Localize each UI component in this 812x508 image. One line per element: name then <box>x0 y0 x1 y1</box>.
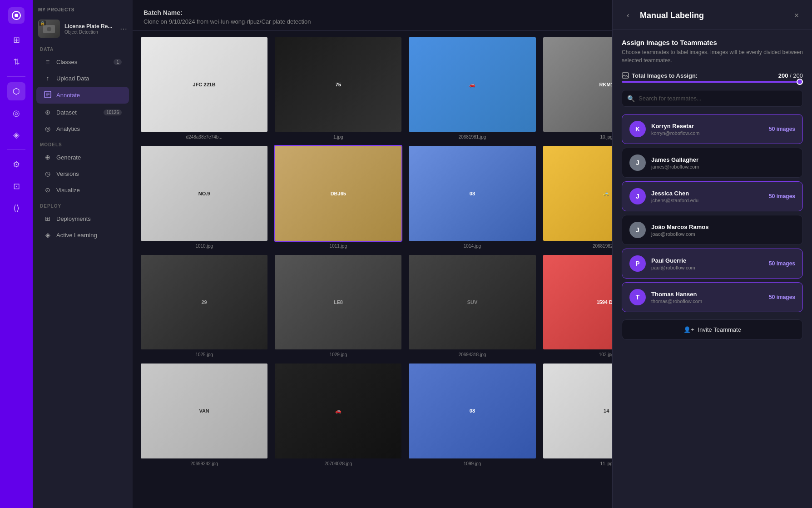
search-teammates-input[interactable] <box>622 90 803 107</box>
image-cell[interactable]: JFC 221B d248a38c7e74b... <box>140 36 268 139</box>
teammate-email: james@roboflow.com <box>651 164 795 169</box>
nav-grid-icon[interactable]: ⊡ <box>7 177 25 195</box>
image-filename: 20681981.jpg <box>459 134 486 139</box>
project-info: License Plate Re... Object Detection <box>64 23 115 35</box>
teammate-name: Jessica Chen <box>651 190 763 197</box>
project-thumb-image: 🔒 <box>38 20 60 38</box>
sidebar-item-upload[interactable]: ↑ Upload Data <box>36 70 129 86</box>
deployments-icon: ⊞ <box>44 215 52 222</box>
image-thumb: LE8 <box>274 254 402 350</box>
my-projects-label: MY PROJECTS <box>33 0 133 16</box>
image-cell[interactable]: 08 1014.jpg <box>408 145 536 248</box>
image-cell[interactable]: NO.9 1010.jpg <box>140 145 268 248</box>
teammate-info: James Gallagher james@roboflow.com <box>651 156 795 169</box>
sidebar-item-active-learning[interactable]: ◈ Active Learning <box>36 227 129 243</box>
slider-fill <box>622 81 803 83</box>
teammate-avatar: J <box>629 188 646 204</box>
panel-back-button[interactable]: ‹ <box>622 9 634 22</box>
image-cell[interactable]: 08 1099.jpg <box>408 363 536 466</box>
nav-settings-icon[interactable]: ⚙ <box>7 155 25 174</box>
sidebar-item-versions-label: Versions <box>56 170 79 177</box>
image-thumb-content: 🚗 <box>409 37 535 132</box>
versions-icon: ◷ <box>44 170 52 177</box>
teammate-image-count: 50 images <box>769 126 795 132</box>
dataset-icon: ⊛ <box>44 109 52 116</box>
dataset-badge: 10126 <box>104 110 122 115</box>
sidebar-item-dataset[interactable]: ⊛ Dataset 10126 <box>36 105 129 120</box>
teammate-avatar: J <box>629 222 646 238</box>
teammate-card-paul[interactable]: P Paul Guerrie paul@roboflow.com 50 imag… <box>622 249 803 279</box>
sidebar-item-generate[interactable]: ⊕ Generate <box>36 149 129 165</box>
panel-close-button[interactable]: × <box>790 9 803 22</box>
teammate-info: Korryn Resetar korryn@roboflow.com <box>651 123 763 136</box>
assign-section: Assign Images to Teammates Choose teamma… <box>622 39 803 65</box>
image-thumb-content: 29 <box>141 255 267 349</box>
assign-title: Assign Images to Teammates <box>622 39 803 46</box>
teammate-card-thomas[interactable]: T Thomas Hansen thomas@roboflow.com 50 i… <box>622 282 803 312</box>
image-cell[interactable]: 29 1025.jpg <box>140 254 268 357</box>
image-cell[interactable]: 🚗 20704028.jpg <box>274 363 402 466</box>
image-thumb: NO.9 <box>140 145 268 241</box>
image-thumb: SUV <box>408 254 536 350</box>
image-cell[interactable]: DBJ65 1011.jpg <box>274 145 402 248</box>
teammate-card-korryn[interactable]: K Korryn Resetar korryn@roboflow.com 50 … <box>622 114 803 144</box>
image-filename: 1099.jpg <box>464 461 481 466</box>
image-thumb-content: 🚗 <box>275 364 401 458</box>
classes-badge: 1 <box>114 59 122 65</box>
image-thumb: 29 <box>140 254 268 350</box>
teammate-card-james[interactable]: J James Gallagher james@roboflow.com <box>622 148 803 178</box>
image-cell[interactable]: VAN 20699242.jpg <box>140 363 268 466</box>
annotate-icon <box>44 91 52 100</box>
sidebar-item-analytics[interactable]: ◎ Analytics <box>36 121 129 136</box>
sidebar-item-classes[interactable]: ≡ Classes 1 <box>36 54 129 70</box>
sidebar-divider-1 <box>7 76 25 77</box>
total-images-section: Total Images to Assign: 200 / 200 <box>622 72 803 83</box>
sidebar-item-versions[interactable]: ◷ Versions <box>36 166 129 181</box>
image-cell[interactable]: SUV 20694318.jpg <box>408 254 536 357</box>
teammate-card-jessica[interactable]: J Jessica Chen jchens@stanford.edu 50 im… <box>622 181 803 211</box>
image-filename: 1011.jpg <box>330 244 347 249</box>
image-thumb: JFC 221B <box>140 36 268 133</box>
teammate-info: Jessica Chen jchens@stanford.edu <box>651 190 763 203</box>
image-filename: 20704028.jpg <box>324 461 352 466</box>
image-cell[interactable]: LE8 1029.jpg <box>274 254 402 357</box>
nav-home-icon[interactable]: ⊞ <box>7 31 25 49</box>
image-thumb-content: SUV <box>409 255 535 349</box>
teammate-card-joao[interactable]: J João Marcos Ramos joao@roboflow.com <box>622 215 803 245</box>
nav-annotate-icon[interactable]: ⬡ <box>7 82 25 100</box>
nav-tag-icon[interactable]: ◈ <box>7 126 25 144</box>
image-slider-track[interactable] <box>622 81 803 83</box>
teammate-email: jchens@stanford.edu <box>651 198 763 203</box>
sidebar-item-generate-label: Generate <box>56 154 81 161</box>
image-filename: 103.jpg <box>599 352 614 357</box>
sidebar-divider-2 <box>7 149 25 150</box>
nav-sort-icon[interactable]: ⇅ <box>7 53 25 71</box>
search-wrap: 🔍 <box>622 90 803 107</box>
image-thumb: 🚗 <box>408 36 536 133</box>
image-filename: 1010.jpg <box>195 244 213 249</box>
teammate-image-count: 50 images <box>769 294 795 300</box>
invite-teammate-button[interactable]: 👤+ Invite Teammate <box>622 319 803 340</box>
invite-label: Invite Teammate <box>698 326 741 333</box>
image-thumb-content: VAN <box>141 364 267 458</box>
teammate-email: korryn@roboflow.com <box>651 130 763 136</box>
image-cell[interactable]: 75 1.jpg <box>274 36 402 139</box>
total-images-row: Total Images to Assign: 200 / 200 <box>622 72 803 79</box>
sidebar-item-visualize[interactable]: ⊙ Visualize <box>36 182 129 198</box>
project-name: License Plate Re... <box>64 23 115 30</box>
image-thumb-content: LE8 <box>275 255 401 349</box>
teammate-avatar: P <box>629 255 646 272</box>
teammate-name: Thomas Hansen <box>651 291 763 298</box>
sidebar-item-deployments[interactable]: ⊞ Deployments <box>36 211 129 226</box>
image-thumb-content: NO.9 <box>141 146 267 240</box>
teammate-email: thomas@roboflow.com <box>651 299 763 304</box>
sidebar-item-annotate[interactable]: Annotate <box>36 87 129 104</box>
project-card[interactable]: 🔒 License Plate Re... Object Detection ⋯ <box>33 16 133 41</box>
teammate-name: James Gallagher <box>651 156 795 163</box>
project-menu-button[interactable]: ⋯ <box>120 25 127 33</box>
app-logo[interactable] <box>8 7 25 24</box>
visualize-icon: ⊙ <box>44 186 52 194</box>
nav-analytics-icon[interactable]: ◎ <box>7 104 25 122</box>
image-cell[interactable]: 🚗 20681981.jpg <box>408 36 536 139</box>
nav-code-icon[interactable]: ⟨⟩ <box>7 199 25 217</box>
